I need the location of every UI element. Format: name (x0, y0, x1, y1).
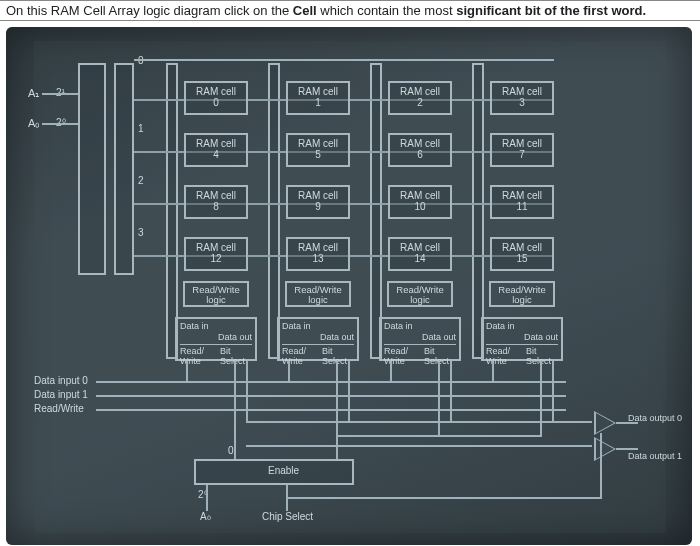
wire (552, 361, 554, 421)
data-input-0-label: Data input 0 (34, 375, 88, 386)
wire (492, 361, 494, 383)
row-index-2: 2 (138, 175, 144, 186)
row-index-3: 3 (138, 227, 144, 238)
bottom-a0-label: A₀ (200, 511, 211, 522)
wire (96, 409, 566, 411)
tristate-buffer-0[interactable] (594, 411, 616, 435)
column-rail-0 (166, 63, 178, 359)
ram-array-diagram: A₁ 2¹ A₀ 2⁰ 0 1 2 3 RAM cell0 RAM cell1 … (34, 41, 666, 533)
ram-cell-8[interactable]: RAM cell8 (184, 185, 248, 219)
ram-cell-1[interactable]: RAM cell1 (286, 81, 350, 115)
ram-cell-6[interactable]: RAM cell6 (388, 133, 452, 167)
wire (540, 361, 542, 435)
ram-cell-4[interactable]: RAM cell4 (184, 133, 248, 167)
row-index-1: 1 (138, 123, 144, 134)
ram-cell-9[interactable]: RAM cell9 (286, 185, 350, 219)
rw-logic-3[interactable]: Read/Write logic (489, 281, 555, 307)
column-rail-1 (268, 63, 280, 359)
wire (450, 361, 452, 421)
wire (286, 497, 602, 499)
tristate-buffer-1[interactable] (594, 437, 616, 461)
address-a0-label: A₀ (28, 117, 39, 130)
ram-cell-10[interactable]: RAM cell10 (388, 185, 452, 219)
diagram-photo: A₁ 2¹ A₀ 2⁰ 0 1 2 3 RAM cell0 RAM cell1 … (6, 27, 692, 545)
chip-select-label: Chip Select (262, 511, 313, 522)
col-decoder-0-label: 0 (228, 445, 234, 456)
row-decoder[interactable] (78, 63, 106, 275)
instruction-bar: On this RAM Cell Array logic diagram cli… (0, 0, 700, 21)
instruction-text-bold1: Cell (293, 3, 317, 18)
wire (246, 445, 592, 447)
column-rail-3 (472, 63, 484, 359)
ram-cell-7[interactable]: RAM cell7 (490, 133, 554, 167)
wire (234, 361, 236, 459)
ram-cell-2[interactable]: RAM cell2 (388, 81, 452, 115)
wire (616, 448, 638, 450)
ram-cell-12[interactable]: RAM cell12 (184, 237, 248, 271)
wire (288, 361, 290, 383)
wire (438, 361, 440, 435)
io-box-1[interactable]: Data in Data out Read/ WriteBit Select (277, 317, 359, 361)
io-box-2[interactable]: Data in Data out Read/ WriteBit Select (379, 317, 461, 361)
column-rail-2 (370, 63, 382, 359)
ram-cell-14[interactable]: RAM cell14 (388, 237, 452, 271)
instruction-text-bold2: significant bit of the first word. (456, 3, 646, 18)
address-a1-label: A₁ (28, 87, 39, 100)
wire (348, 361, 350, 421)
ram-cell-5[interactable]: RAM cell5 (286, 133, 350, 167)
instruction-text-mid: which contain the most (320, 3, 456, 18)
wire (336, 435, 542, 437)
wire (96, 381, 566, 383)
rw-logic-0[interactable]: Read/Write logic (183, 281, 249, 307)
wire (96, 395, 566, 397)
data-output-1-label: Data output 1 (628, 451, 682, 461)
wire (390, 361, 392, 383)
wire (600, 433, 602, 499)
rw-logic-1[interactable]: Read/Write logic (285, 281, 351, 307)
wire (590, 421, 592, 423)
io-box-3[interactable]: Data in Data out Read/ WriteBit Select (481, 317, 563, 361)
ram-cell-15[interactable]: RAM cell15 (490, 237, 554, 271)
io-box-0[interactable]: Data in Data out Read/ WriteBit Select (175, 317, 257, 361)
wire (42, 93, 78, 95)
wire (336, 361, 338, 459)
ram-cell-13[interactable]: RAM cell13 (286, 237, 350, 271)
ram-cell-0[interactable]: RAM cell0 (184, 81, 248, 115)
wire (42, 123, 78, 125)
data-input-1-label: Data input 1 (34, 389, 88, 400)
enable-label: Enable (268, 465, 299, 476)
wire (206, 485, 208, 511)
wire (134, 59, 554, 61)
address-buffer-block[interactable] (114, 63, 134, 275)
wire (186, 361, 188, 383)
ram-cell-11[interactable]: RAM cell11 (490, 185, 554, 219)
instruction-text-prefix: On this RAM Cell Array logic diagram cli… (6, 3, 293, 18)
data-output-0-label: Data output 0 (628, 413, 682, 423)
read-write-label: Read/Write (34, 403, 84, 414)
ram-cell-3[interactable]: RAM cell3 (490, 81, 554, 115)
wire (246, 361, 248, 421)
rw-logic-2[interactable]: Read/Write logic (387, 281, 453, 307)
